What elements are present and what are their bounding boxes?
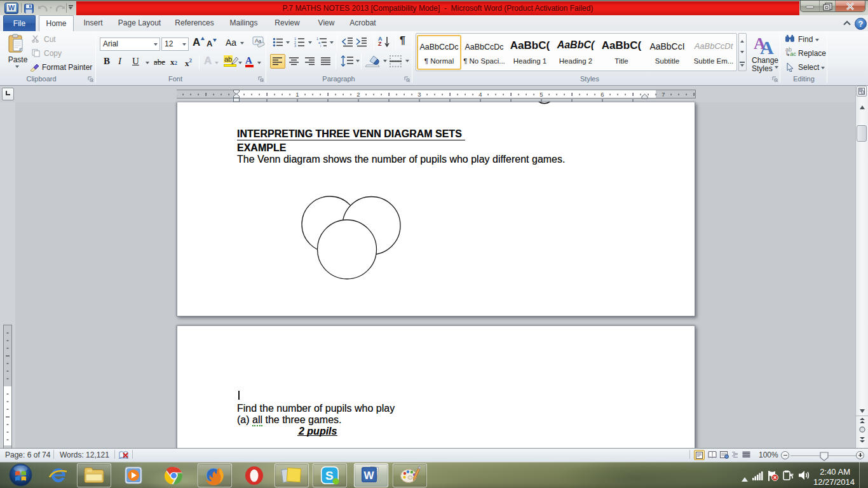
svg-text:W: W — [364, 470, 375, 482]
svg-text:4: 4 — [478, 91, 482, 98]
svg-text:2: 2 — [356, 91, 360, 98]
svg-text:1: 1 — [295, 91, 299, 98]
svg-text:S: S — [325, 469, 334, 482]
svg-text:6: 6 — [600, 91, 604, 98]
svg-text:5: 5 — [539, 91, 543, 98]
svg-text:1: 1 — [177, 91, 177, 98]
svg-text:i: i — [320, 44, 321, 47]
svg-text:3: 3 — [417, 91, 421, 98]
svg-text:7: 7 — [661, 91, 665, 98]
svg-text:3: 3 — [294, 44, 296, 47]
